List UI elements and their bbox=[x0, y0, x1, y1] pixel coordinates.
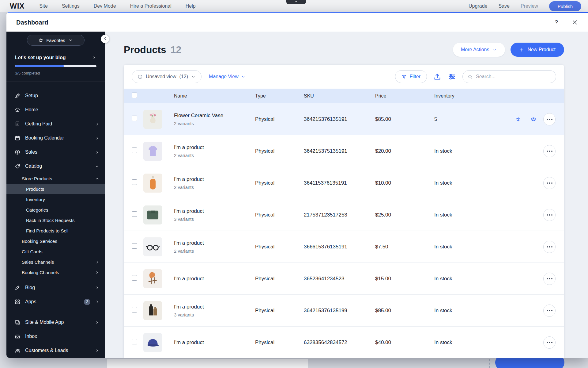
row-checkbox[interactable] bbox=[132, 275, 137, 281]
table-row[interactable]: I'm a product 2 variants Physical 366615… bbox=[124, 231, 564, 263]
new-product-button[interactable]: New Product bbox=[511, 43, 564, 57]
row-checkbox[interactable] bbox=[132, 339, 137, 344]
new-product-label: New Product bbox=[527, 47, 556, 52]
canvas-collapse-tab[interactable] bbox=[286, 0, 306, 4]
sidebar-item-find-products-to-sell[interactable]: Find Products to Sell bbox=[6, 225, 105, 236]
sidebar-collapse-button[interactable] bbox=[101, 35, 109, 43]
sidebar-item-back-in-stock-requests[interactable]: Back in Stock Requests bbox=[6, 215, 105, 225]
sidebar-item-site-mobile-app[interactable]: Site & Mobile App bbox=[6, 315, 105, 329]
sidebar-item-catalog[interactable]: Catalog bbox=[6, 159, 105, 173]
favorites-button[interactable]: Favorites bbox=[27, 35, 85, 46]
product-thumbnail bbox=[143, 237, 162, 256]
product-name[interactable]: I'm a product bbox=[174, 144, 255, 151]
sidebar-item-setup[interactable]: Setup bbox=[6, 89, 105, 103]
preview-button[interactable]: Preview bbox=[521, 3, 538, 9]
sidebar-item-booking-calendar[interactable]: Booking Calendar bbox=[6, 131, 105, 145]
apps-count-badge: 2 bbox=[84, 299, 90, 305]
sidebar-item-sales[interactable]: Sales bbox=[6, 145, 105, 159]
sidebar-item-home[interactable]: Home bbox=[6, 103, 105, 117]
column-header-price[interactable]: Price bbox=[375, 93, 434, 99]
preview-product-button[interactable] bbox=[528, 114, 539, 125]
table-row[interactable]: I'm a product Physical 36523641234523 $1… bbox=[124, 263, 564, 295]
product-inventory: In stock bbox=[434, 212, 491, 218]
table-row[interactable]: I'm a product 3 variants Physical 217537… bbox=[124, 199, 564, 231]
setup-blog-card[interactable]: Let's set up your blog 3/5 completed bbox=[6, 55, 105, 82]
column-header-name[interactable]: Name bbox=[174, 93, 255, 99]
product-name[interactable]: I'm a product bbox=[174, 276, 255, 282]
more-options-button[interactable] bbox=[543, 336, 556, 349]
upgrade-button[interactable]: Upgrade bbox=[469, 3, 487, 9]
sidebar-item-blog[interactable]: Blog bbox=[6, 281, 105, 295]
row-checkbox[interactable] bbox=[132, 116, 137, 121]
more-options-button[interactable] bbox=[543, 273, 556, 285]
product-name[interactable]: Flower Ceramic Vase bbox=[174, 113, 255, 119]
more-options-button[interactable] bbox=[543, 305, 556, 317]
sidebar-item-categories[interactable]: Categories bbox=[6, 205, 105, 215]
sidebar-item-booking-channels[interactable]: Booking Channels bbox=[6, 267, 105, 278]
chevron-right-icon bbox=[95, 136, 100, 140]
chevron-down-icon bbox=[492, 47, 497, 52]
table-row[interactable]: I'm a product 2 variants Physical 364115… bbox=[124, 167, 564, 199]
setup-progress-status: 3/5 completed bbox=[15, 71, 96, 75]
search-input[interactable] bbox=[476, 74, 551, 79]
row-checkbox[interactable] bbox=[132, 243, 137, 249]
chevron-down-icon bbox=[241, 75, 246, 79]
sidebar-item-sales-channels[interactable]: Sales Channels bbox=[6, 257, 105, 267]
product-inventory: In stock bbox=[434, 276, 491, 282]
sidebar-item-products[interactable]: Products bbox=[6, 184, 105, 194]
sidebar-item-label: Sales Channels bbox=[22, 259, 90, 265]
sidebar-item-store-products[interactable]: Store Products bbox=[6, 173, 105, 184]
help-icon[interactable]: ? bbox=[555, 19, 558, 26]
filter-button[interactable]: Filter bbox=[395, 70, 427, 83]
sidebar-item-apps[interactable]: Apps2 bbox=[6, 295, 105, 309]
product-name[interactable]: I'm a product bbox=[174, 208, 255, 214]
sidebar-item-customers-leads[interactable]: Customers & Leads bbox=[6, 343, 105, 358]
more-options-button[interactable] bbox=[543, 113, 556, 125]
row-checkbox[interactable] bbox=[132, 148, 137, 153]
menu-item-site[interactable]: Site bbox=[39, 3, 48, 9]
select-all-checkbox[interactable] bbox=[132, 93, 137, 98]
product-price: $40.00 bbox=[375, 339, 434, 346]
close-icon[interactable] bbox=[571, 19, 578, 26]
export-button[interactable] bbox=[433, 72, 442, 81]
product-name[interactable]: I'm a product bbox=[174, 176, 255, 182]
menu-item-settings[interactable]: Settings bbox=[62, 3, 80, 9]
sidebar-item-gift-cards[interactable]: Gift Cards bbox=[6, 246, 105, 257]
product-variants: 3 variants bbox=[174, 312, 255, 317]
column-header-type[interactable]: Type bbox=[255, 93, 304, 99]
save-button[interactable]: Save bbox=[498, 3, 509, 9]
table-row[interactable]: Flower Ceramic Vase 2 variants Physical … bbox=[124, 103, 564, 135]
view-selector[interactable]: Unsaved view (12) bbox=[132, 70, 202, 83]
row-checkbox[interactable] bbox=[132, 179, 137, 185]
customize-columns-button[interactable] bbox=[448, 72, 456, 81]
sidebar-item-inventory[interactable]: Inventory bbox=[6, 194, 105, 205]
column-header-inventory[interactable]: Inventory bbox=[434, 93, 491, 99]
table-row[interactable]: I'm a product Physical 632835642834572 $… bbox=[124, 327, 564, 358]
manage-view-button[interactable]: Manage View bbox=[209, 74, 246, 79]
setup-blog-title: Let's set up your blog bbox=[15, 55, 66, 60]
product-type: Physical bbox=[255, 308, 304, 314]
product-name[interactable]: I'm a product bbox=[174, 304, 255, 310]
menu-item-help[interactable]: Help bbox=[186, 3, 196, 9]
sidebar-item-getting-paid[interactable]: Getting Paid bbox=[6, 117, 105, 131]
more-options-button[interactable] bbox=[543, 209, 556, 221]
menu-item-hire-a-professional[interactable]: Hire a Professional bbox=[130, 3, 172, 9]
sidebar-item-booking-services[interactable]: Booking Services bbox=[6, 236, 105, 246]
more-options-button[interactable] bbox=[543, 241, 556, 253]
product-price: $85.00 bbox=[375, 308, 434, 314]
promote-button[interactable] bbox=[513, 114, 524, 125]
product-name[interactable]: I'm a product bbox=[174, 240, 255, 246]
table-row[interactable]: I'm a product 3 variants Physical 364215… bbox=[124, 295, 564, 327]
setup-progress-bar bbox=[15, 65, 96, 67]
menu-item-dev-mode[interactable]: Dev Mode bbox=[94, 3, 116, 9]
more-actions-button[interactable]: More Actions bbox=[453, 43, 505, 57]
table-row[interactable]: I'm a product 2 variants Physical 364215… bbox=[124, 135, 564, 167]
row-checkbox[interactable] bbox=[132, 211, 137, 217]
column-header-sku[interactable]: SKU bbox=[304, 93, 375, 99]
sidebar-item-inbox[interactable]: Inbox bbox=[6, 329, 105, 343]
more-options-button[interactable] bbox=[543, 145, 556, 157]
publish-button[interactable]: Publish bbox=[549, 1, 581, 11]
row-checkbox[interactable] bbox=[132, 307, 137, 312]
more-options-button[interactable] bbox=[543, 177, 556, 189]
product-name[interactable]: I'm a product bbox=[174, 339, 255, 346]
